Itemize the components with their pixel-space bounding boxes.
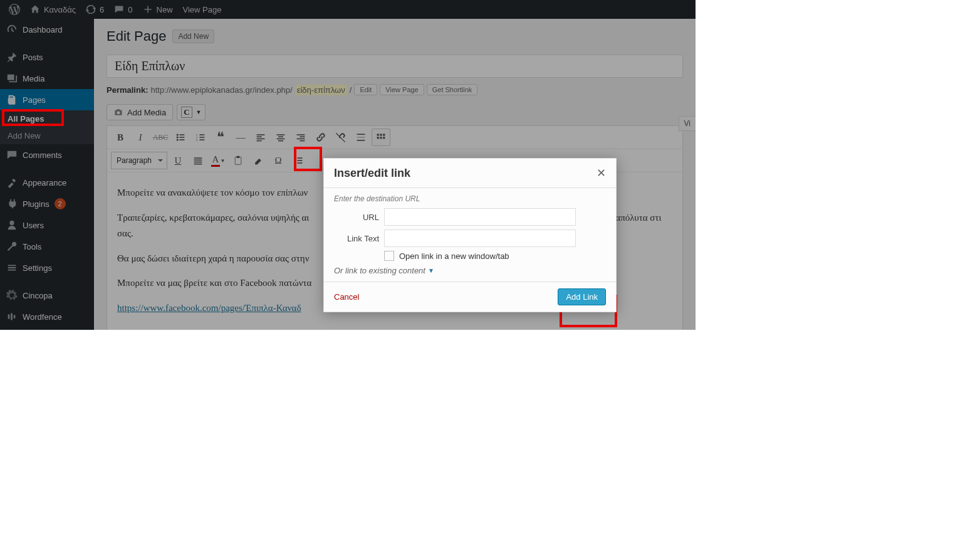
chevron-down-icon: ▼: [428, 267, 434, 274]
sidebar-item-plugins[interactable]: Plugins 2: [0, 193, 94, 214]
pin-icon: [6, 51, 18, 63]
read-more-icon: [356, 132, 366, 142]
view-page-link[interactable]: View Page: [178, 0, 227, 19]
updates-link[interactable]: 6: [81, 0, 109, 19]
new-link[interactable]: New: [138, 0, 178, 19]
permalink-row: Permalink: http://www.epiplokanadas.gr/i…: [107, 84, 683, 95]
sidebar-item-comments[interactable]: Comments: [0, 144, 94, 166]
sidebar-item-dashboard[interactable]: Dashboard: [0, 19, 94, 40]
blockquote-button[interactable]: ❝: [211, 129, 230, 146]
comment-icon: [114, 4, 124, 14]
eraser-icon: [253, 156, 263, 166]
svg-rect-39: [194, 164, 202, 165]
settings-icon: [6, 262, 18, 273]
existing-content-toggle[interactable]: Or link to existing content ▼: [334, 266, 606, 275]
align-left-button[interactable]: [251, 129, 270, 146]
svg-rect-17: [257, 139, 265, 140]
svg-rect-33: [377, 137, 379, 139]
permalink-slug: είδη-επίπλων: [295, 85, 347, 95]
svg-rect-26: [300, 140, 305, 142]
gear-icon: [6, 290, 18, 301]
url-row: URL: [334, 208, 606, 226]
sidebar-item-settings[interactable]: Settings: [0, 257, 94, 278]
underline-button[interactable]: U: [169, 152, 187, 169]
svg-rect-1: [11, 314, 13, 320]
sidebar-item-label: Pages: [23, 95, 46, 105]
svg-point-5: [177, 136, 179, 138]
clear-format-button[interactable]: [249, 152, 268, 169]
url-input[interactable]: [384, 208, 576, 226]
comments-link[interactable]: 0: [109, 0, 137, 19]
media-toolbar: Add Media C ▼: [107, 104, 683, 120]
link-button[interactable]: [311, 129, 330, 146]
sidebar-item-posts[interactable]: Posts: [0, 46, 94, 68]
special-char-button[interactable]: Ω: [269, 152, 288, 169]
add-new-page-button[interactable]: Add New: [172, 29, 214, 43]
justify-button[interactable]: [189, 152, 207, 169]
sidebar-item-cincopa[interactable]: Cincopa: [0, 285, 94, 306]
hr-button[interactable]: —: [231, 129, 250, 146]
sidebar-item-label: Media: [23, 74, 44, 83]
submenu-add-new[interactable]: Add New: [0, 127, 94, 144]
link-text-input[interactable]: [384, 229, 576, 247]
svg-rect-10: [199, 134, 204, 135]
add-link-button[interactable]: Add Link: [558, 288, 606, 305]
sidebar-item-pages[interactable]: Pages: [0, 89, 94, 110]
submenu-all-pages[interactable]: All Pages: [0, 110, 94, 127]
site-link[interactable]: Καναδάς: [25, 0, 81, 19]
dropcap-button[interactable]: C ▼: [177, 104, 206, 120]
italic-button[interactable]: I: [131, 129, 150, 146]
new-label: New: [157, 5, 173, 14]
sidebar-item-tools[interactable]: Tools: [0, 236, 94, 257]
pages-icon: [6, 94, 18, 105]
comment-icon: [6, 149, 18, 161]
unlink-button[interactable]: [331, 129, 350, 146]
pages-submenu: All Pages Add New: [0, 110, 94, 144]
paste-text-button[interactable]: [229, 152, 248, 169]
sidebar-item-label: Settings: [23, 263, 52, 273]
paste-icon: [233, 156, 243, 166]
editor-link[interactable]: https://www.facebook.com/pages/Έπιπλα-Κα…: [117, 303, 301, 313]
svg-rect-22: [278, 140, 283, 142]
wp-logo[interactable]: [4, 0, 25, 19]
dialog-footer: Cancel Add Link: [324, 282, 616, 312]
visual-tab[interactable]: Vi: [679, 116, 696, 131]
strike-button[interactable]: ABC: [151, 129, 170, 146]
dashboard-icon: [6, 24, 18, 35]
sidebar-item-wordfence[interactable]: Wordfence: [0, 306, 94, 327]
add-media-button[interactable]: Add Media: [107, 104, 173, 120]
sidebar-item-appearance[interactable]: Appearance: [0, 172, 94, 193]
svg-rect-41: [237, 156, 240, 158]
align-right-button[interactable]: [291, 129, 310, 146]
text-color-button[interactable]: A ▼: [209, 152, 227, 169]
dialog-close-button[interactable]: ✕: [597, 166, 606, 180]
more-button[interactable]: [352, 129, 370, 146]
permalink-shortlink-button[interactable]: Get Shortlink: [427, 84, 478, 95]
post-title-input[interactable]: [107, 55, 683, 78]
sidebar-item-label: Dashboard: [23, 25, 63, 34]
permalink-label: Permalink:: [107, 85, 148, 95]
toolbar-toggle-button[interactable]: [372, 129, 390, 146]
ul-icon: [175, 132, 185, 142]
sidebar-item-label: Cincopa: [23, 291, 53, 300]
page-heading-row: Edit Page Add New: [107, 28, 683, 45]
sidebar-item-media[interactable]: Media: [0, 68, 94, 89]
svg-rect-23: [297, 134, 305, 135]
bold-button[interactable]: B: [111, 129, 130, 146]
align-center-button[interactable]: [271, 129, 290, 146]
page-heading: Edit Page: [107, 28, 166, 45]
url-label: URL: [334, 213, 379, 222]
sidebar-item-users[interactable]: Users: [0, 214, 94, 236]
new-tab-checkbox[interactable]: [384, 251, 394, 261]
outdent-button[interactable]: [289, 152, 308, 169]
permalink-edit-button[interactable]: Edit: [354, 84, 377, 95]
sidebar-item-label: Tools: [23, 242, 41, 251]
svg-rect-14: [199, 139, 204, 140]
cancel-button[interactable]: Cancel: [334, 292, 359, 302]
permalink-view-button[interactable]: View Page: [380, 84, 424, 95]
admin-bar: Καναδάς 6 0 New View Page: [0, 0, 696, 19]
bullet-list-button[interactable]: [171, 129, 190, 146]
format-select[interactable]: Paragraph: [111, 152, 167, 169]
link-text-row: Link Text: [334, 229, 606, 247]
number-list-button[interactable]: 123: [191, 129, 210, 146]
